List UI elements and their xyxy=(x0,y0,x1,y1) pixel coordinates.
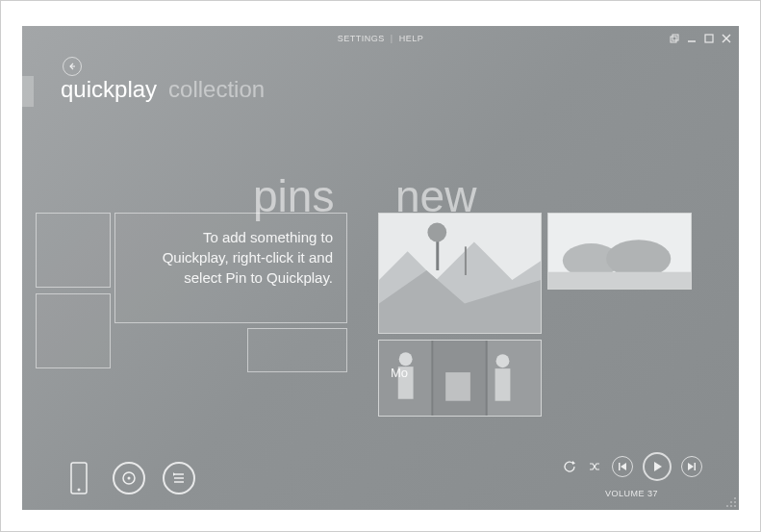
close-button[interactable] xyxy=(720,32,733,45)
minimize-button[interactable] xyxy=(685,32,698,45)
svg-point-11 xyxy=(427,223,446,242)
svg-rect-3 xyxy=(705,35,713,42)
left-accent xyxy=(22,76,34,107)
new-item-tile[interactable] xyxy=(378,213,542,334)
top-bar: SETTINGS | HELP xyxy=(22,26,739,51)
previous-button[interactable] xyxy=(612,456,633,477)
back-button[interactable] xyxy=(63,57,82,76)
window-controls xyxy=(668,32,733,45)
svg-marker-37 xyxy=(688,463,694,470)
playlist-icon[interactable] xyxy=(163,462,195,494)
svg-point-39 xyxy=(734,497,736,499)
svg-marker-33 xyxy=(572,461,575,465)
pin-tile-hint[interactable]: To add something to Quickplay, right-cli… xyxy=(114,213,347,323)
nav-quickplay[interactable]: quickplay xyxy=(61,76,157,103)
app-window: SETTINGS | HELP quickplay collection xyxy=(22,26,739,510)
svg-point-22 xyxy=(496,354,510,367)
svg-rect-24 xyxy=(495,368,511,401)
svg-point-27 xyxy=(78,489,81,492)
new-item-label: Mo xyxy=(391,366,408,380)
svg-rect-0 xyxy=(672,35,678,40)
nav-title: quickplay collection xyxy=(61,76,265,103)
svg-point-40 xyxy=(730,501,732,503)
nav-collection[interactable]: collection xyxy=(168,76,265,103)
svg-point-21 xyxy=(399,352,413,366)
device-icons xyxy=(63,462,195,494)
device-phone-icon[interactable] xyxy=(63,462,95,494)
pins-hint-text: To add something to Quickplay, right-cli… xyxy=(150,227,333,288)
volume-label[interactable]: VOLUME 37 xyxy=(605,489,658,498)
help-link[interactable]: HELP xyxy=(399,34,424,43)
svg-rect-1 xyxy=(671,37,676,42)
new-area: Mo xyxy=(378,213,705,424)
top-bar-links: SETTINGS | HELP xyxy=(338,34,423,43)
disc-icon[interactable] xyxy=(113,462,145,494)
settings-link[interactable]: SETTINGS xyxy=(338,34,385,43)
pin-tile-empty[interactable] xyxy=(36,293,111,368)
repeat-button[interactable] xyxy=(562,459,577,474)
playback-controls xyxy=(562,452,702,481)
svg-marker-34 xyxy=(621,463,626,470)
svg-point-41 xyxy=(734,501,736,503)
shuffle-button[interactable] xyxy=(587,459,602,474)
play-button[interactable] xyxy=(643,452,672,481)
svg-point-29 xyxy=(128,477,131,480)
compact-mode-button[interactable] xyxy=(668,32,681,45)
maximize-button[interactable] xyxy=(702,32,716,45)
pin-tile-empty[interactable] xyxy=(36,213,111,288)
pin-tile-empty[interactable] xyxy=(247,328,347,372)
new-item-tile[interactable]: Mo xyxy=(378,340,542,417)
svg-rect-12 xyxy=(465,246,467,275)
new-item-tile[interactable] xyxy=(547,213,692,290)
divider: | xyxy=(391,34,393,43)
pins-area: To add something to Quickplay, right-cli… xyxy=(36,213,351,376)
svg-rect-38 xyxy=(695,463,697,470)
svg-rect-16 xyxy=(548,272,691,289)
svg-point-44 xyxy=(734,505,736,507)
svg-marker-36 xyxy=(654,462,662,471)
svg-point-42 xyxy=(726,505,728,507)
resize-grip[interactable] xyxy=(723,494,737,508)
next-button[interactable] xyxy=(681,456,702,477)
svg-rect-35 xyxy=(619,463,621,470)
svg-point-43 xyxy=(730,505,732,507)
svg-rect-25 xyxy=(445,372,470,401)
